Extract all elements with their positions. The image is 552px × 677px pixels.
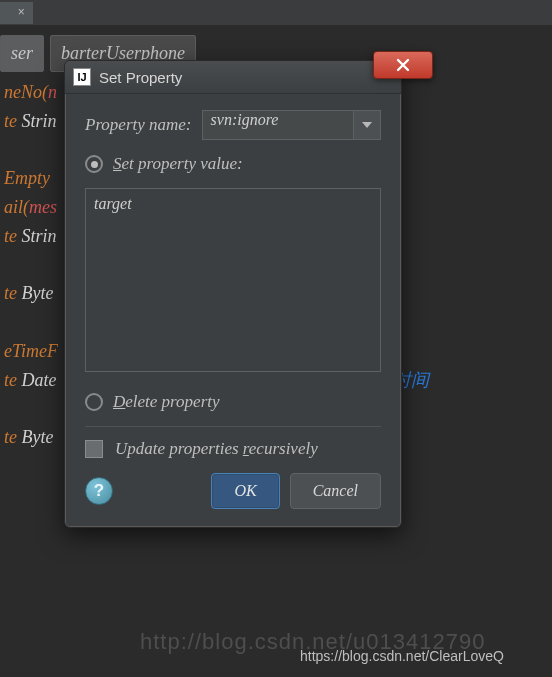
breadcrumb-pill[interactable]: ser xyxy=(0,35,44,72)
set-value-label: Set property value: xyxy=(113,154,243,174)
dialog-titlebar[interactable]: IJ Set Property xyxy=(65,61,401,94)
property-name-label: Property name: xyxy=(85,115,192,135)
code-text: Strin xyxy=(17,111,57,131)
property-value-textarea[interactable] xyxy=(85,188,381,372)
intellij-icon: IJ xyxy=(73,68,91,86)
code-text: te xyxy=(4,226,17,246)
code-text: te xyxy=(4,370,17,390)
divider xyxy=(85,426,381,427)
editor-tab-strip: × xyxy=(0,0,552,25)
code-text: neNo( xyxy=(4,82,48,102)
close-icon xyxy=(396,58,410,72)
code-text: te xyxy=(4,111,17,131)
cancel-button[interactable]: Cancel xyxy=(290,473,381,509)
code-text: te xyxy=(4,427,17,447)
help-button[interactable]: ? xyxy=(85,477,113,505)
property-name-input[interactable]: svn:ignore xyxy=(202,110,353,140)
property-name-combo[interactable]: svn:ignore xyxy=(202,110,381,140)
code-text: ail( xyxy=(4,197,29,217)
editor-tab[interactable]: × xyxy=(0,2,33,24)
code-text: Byte xyxy=(17,283,53,303)
ok-button[interactable]: OK xyxy=(211,473,279,509)
chevron-down-icon xyxy=(362,122,372,128)
set-property-dialog: IJ Set Property Property name: svn:ignor… xyxy=(64,60,402,528)
delete-property-label: Delete property xyxy=(113,392,220,412)
code-text: Date xyxy=(17,370,57,390)
code-text: Strin xyxy=(17,226,57,246)
dialog-title: Set Property xyxy=(99,69,182,86)
code-text: Empty xyxy=(4,168,50,188)
set-value-radio[interactable] xyxy=(85,155,103,173)
code-text: mes xyxy=(29,197,57,217)
close-icon[interactable]: × xyxy=(18,3,25,22)
close-button[interactable] xyxy=(373,51,433,79)
recursive-label: Update properties recursively xyxy=(115,439,318,459)
recursive-checkbox[interactable] xyxy=(85,440,103,458)
code-text: Byte xyxy=(17,427,53,447)
code-text: te xyxy=(4,283,17,303)
watermark-text: https://blog.csdn.net/ClearLoveQ xyxy=(300,645,504,667)
delete-property-radio[interactable] xyxy=(85,393,103,411)
code-text: eTimeF xyxy=(4,341,58,361)
combo-dropdown-button[interactable] xyxy=(353,110,381,140)
